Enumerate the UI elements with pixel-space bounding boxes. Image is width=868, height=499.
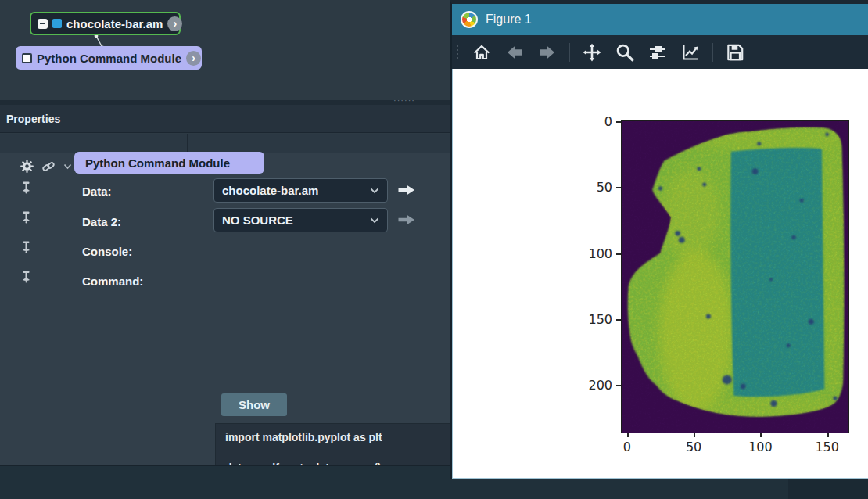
data-source-combobox[interactable]: chocolate-bar.am [213,178,388,203]
y-tick-label: 200 [588,378,612,393]
properties-title: Properties [6,113,60,125]
chevron-down-icon [370,217,379,224]
node-label: Python Command Module [37,52,181,65]
row-label-command: Command: [82,275,143,288]
pin-icon[interactable] [21,271,31,285]
pin-icon[interactable] [21,241,31,255]
y-tick [616,187,621,188]
y-tick [616,121,621,123]
x-tick [760,433,762,437]
figure-toolbar [452,35,868,69]
pin-icon[interactable] [21,211,31,225]
chevron-down-icon [370,188,379,194]
x-tick-label: 100 [748,440,773,454]
y-tick-label: 50 [597,180,612,195]
checkbox-icon[interactable] [22,53,32,63]
pin-icon[interactable] [21,181,31,196]
figure-canvas[interactable]: 0 50 100 150 200 0 50 100 150 [452,69,868,479]
toolbar-separator [569,43,570,62]
node-editor-canvas[interactable]: chocolate-bar.am › Python Command Module… [0,0,450,100]
y-tick-label: 100 [588,246,612,260]
x-tick-label: 150 [815,440,839,454]
toolbar-grip-handle[interactable] [457,45,458,59]
row-label-console: Console: [82,245,132,258]
node-chocolate-bar[interactable]: chocolate-bar.am › [30,12,181,35]
y-tick [616,385,621,386]
customize-plot-icon[interactable] [680,41,701,63]
toolbar-separator [712,43,713,62]
link-icon[interactable] [41,160,56,173]
data-square-icon [52,19,62,28]
gear-icon[interactable] [20,160,34,173]
heatmap-image [622,121,848,433]
node-label: chocolate-bar.am [66,17,163,31]
pan-icon[interactable] [581,41,603,63]
chevron-down-icon[interactable] [63,163,72,170]
splitter-handle[interactable]: ······ [393,95,415,105]
connect-arrow-icon[interactable] [397,183,416,197]
y-tick-label: 150 [588,311,612,326]
chevron-right-icon[interactable]: › [186,51,201,66]
connect-arrow-icon-disabled[interactable] [397,213,416,227]
row-label-data: Data: [82,185,112,198]
home-icon[interactable] [471,41,493,63]
properties-body: Python Command Module Data: Data 2: Cons… [0,153,450,465]
column-divider [187,134,188,153]
subplots-icon[interactable] [647,41,669,63]
x-tick [827,433,829,437]
node-python-command-module[interactable]: Python Command Module › [16,46,202,70]
application-window: chocolate-bar.am › Python Command Module… [0,0,868,499]
properties-column-header [0,134,450,153]
y-tick [616,319,621,321]
console-show-button[interactable]: Show [221,393,287,416]
save-icon[interactable] [724,41,746,63]
figure-titlebar[interactable]: Figure 1 [452,4,868,35]
x-tick [627,433,629,437]
back-icon[interactable] [504,41,525,63]
figure-window: Figure 1 [450,0,868,479]
data2-source-combobox[interactable]: NO SOURCE [213,208,388,232]
imshow-plot[interactable]: 0 50 100 150 200 0 50 100 150 [621,120,849,433]
zoom-icon[interactable] [614,41,636,63]
x-tick [694,433,695,437]
x-tick-label: 0 [623,440,631,454]
footer-corner-panel [788,479,868,499]
y-tick-label: 0 [604,114,612,129]
figure-title: Figure 1 [486,13,532,27]
forward-icon[interactable] [536,41,558,63]
matplotlib-logo-icon [461,11,478,28]
y-tick [616,253,621,255]
row-label-data2: Data 2: [82,215,121,228]
x-tick-label: 50 [686,440,701,454]
chevron-right-icon[interactable]: › [167,16,182,31]
module-badge: Python Command Module [74,152,264,174]
collapse-icon[interactable] [38,19,48,29]
properties-header: Properties [0,105,450,133]
